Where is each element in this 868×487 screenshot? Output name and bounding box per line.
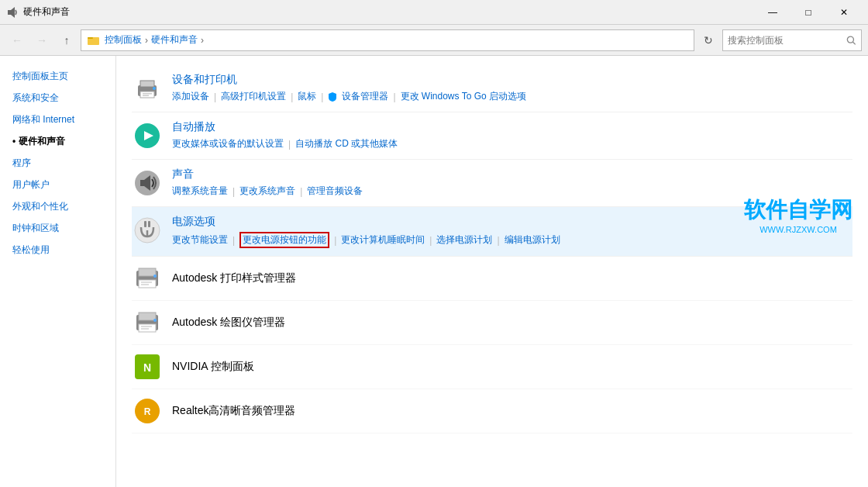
power-links: 更改节能设置 | 更改电源按钮的功能 | 更改计算机睡眠时间 | 选择电源计划 … xyxy=(172,232,852,248)
link-change-sound[interactable]: 更改系统声音 xyxy=(239,185,295,198)
sidebar-item-security[interactable]: 系统和安全 xyxy=(0,87,115,109)
sidebar-item-ease[interactable]: 轻松使用 xyxy=(0,239,115,261)
breadcrumb-panel: 控制面板 xyxy=(105,33,142,47)
app-nvidia: N NVIDIA 控制面板 xyxy=(132,345,852,389)
refresh-button[interactable]: ↻ xyxy=(698,29,719,51)
autoplay-icon xyxy=(132,120,163,151)
svg-rect-0 xyxy=(8,10,11,15)
app-autodesk-plot: Autodesk 绘图仪管理器 xyxy=(132,301,852,345)
power-title[interactable]: 电源选项 xyxy=(172,215,852,229)
titlebar: 硬件和声音 — □ ✕ xyxy=(0,0,868,25)
section-power: 电源选项 更改节能设置 | 更改电源按钮的功能 | 更改计算机睡眠时间 | 选择… xyxy=(132,207,852,257)
svg-rect-8 xyxy=(140,92,154,98)
link-edit-plan[interactable]: 编辑电源计划 xyxy=(505,233,560,247)
svg-rect-9 xyxy=(143,93,152,95)
maximize-button[interactable]: □ xyxy=(790,0,826,25)
realtek-label[interactable]: Realtek高清晰音频管理器 xyxy=(172,404,295,418)
link-power-button[interactable]: 更改电源按钮的功能 xyxy=(239,232,329,248)
breadcrumb-current: 硬件和声音 xyxy=(151,33,198,47)
link-power-plan[interactable]: 选择电源计划 xyxy=(436,233,492,247)
svg-rect-22 xyxy=(139,268,156,276)
link-add-device[interactable]: 添加设备 xyxy=(172,90,209,103)
svg-rect-28 xyxy=(139,313,156,320)
autoplay-title[interactable]: 自动播放 xyxy=(172,120,852,134)
link-default-media[interactable]: 更改媒体或设备的默认设置 xyxy=(172,137,284,150)
sidebar-item-users[interactable]: 用户帐户 xyxy=(0,174,115,195)
nvidia-label[interactable]: NVIDIA 控制面板 xyxy=(172,360,254,374)
svg-rect-24 xyxy=(141,281,152,283)
devices-links: 添加设备 | 高级打印机设置 | 鼠标 | 设备管理器 | 更改 Windows… xyxy=(172,90,852,103)
sidebar: 控制面板主页 系统和安全 网络和 Internet 硬件和声音 程序 用户帐户 … xyxy=(0,56,116,487)
autoplay-content: 自动播放 更改媒体或设备的默认设置 | 自动播放 CD 或其他媒体 xyxy=(172,120,852,150)
link-sleep-time[interactable]: 更改计算机睡眠时间 xyxy=(341,233,425,247)
link-adjust-volume[interactable]: 调整系统音量 xyxy=(172,185,228,198)
svg-point-32 xyxy=(153,319,157,322)
svg-rect-3 xyxy=(88,37,93,39)
sound-content: 声音 调整系统音量 | 更改系统声音 | 管理音频设备 xyxy=(172,168,852,198)
address-path[interactable]: 控制面板 › 硬件和声音 › xyxy=(81,29,694,51)
svg-rect-19 xyxy=(148,221,150,227)
devices-content: 设备和打印机 添加设备 | 高级打印机设置 | 鼠标 | 设备管理器 | 更 xyxy=(172,73,852,103)
autodesk-print-label[interactable]: Autodesk 打印样式管理器 xyxy=(172,271,296,285)
minimize-button[interactable]: — xyxy=(755,0,790,25)
svg-marker-1 xyxy=(11,7,15,18)
content-area: 软件自学网 WWW.RJZXW.COM 设备和打印机 添加设备 xyxy=(116,56,868,487)
link-manage-audio[interactable]: 管理音频设备 xyxy=(307,185,363,198)
autodesk-plot-label[interactable]: Autodesk 绘图仪管理器 xyxy=(172,316,285,330)
close-button[interactable]: ✕ xyxy=(826,0,862,25)
svg-rect-7 xyxy=(140,81,154,87)
forward-button[interactable]: → xyxy=(31,29,53,51)
app-realtek: R Realtek高清晰音频管理器 xyxy=(132,389,852,433)
svg-text:R: R xyxy=(144,406,151,417)
sound-links: 调整系统音量 | 更改系统声音 | 管理音频设备 xyxy=(172,185,852,198)
app-autodesk-print: Autodesk 打印样式管理器 xyxy=(132,257,852,301)
search-icon xyxy=(846,35,856,46)
titlebar-controls: — □ ✕ xyxy=(755,0,862,25)
autodesk-plot-icon xyxy=(132,307,163,338)
link-printer-settings[interactable]: 高级打印机设置 xyxy=(221,90,286,103)
sound-title[interactable]: 声音 xyxy=(172,168,852,181)
link-change-energy[interactable]: 更改节能设置 xyxy=(172,233,228,247)
svg-rect-31 xyxy=(141,328,149,330)
realtek-icon: R xyxy=(132,395,163,427)
sidebar-item-appearance[interactable]: 外观和个性化 xyxy=(0,195,115,217)
titlebar-icon xyxy=(6,6,19,19)
svg-point-26 xyxy=(153,275,157,278)
svg-rect-15 xyxy=(140,180,144,186)
svg-text:N: N xyxy=(143,361,151,374)
sidebar-item-hardware[interactable]: 硬件和声音 xyxy=(0,130,115,152)
power-content: 电源选项 更改节能设置 | 更改电源按钮的功能 | 更改计算机睡眠时间 | 选择… xyxy=(172,215,852,248)
link-mouse[interactable]: 鼠标 xyxy=(298,90,316,103)
sidebar-item-home[interactable]: 控制面板主页 xyxy=(0,65,115,87)
devices-icon xyxy=(132,73,163,104)
svg-rect-18 xyxy=(144,221,146,227)
svg-rect-25 xyxy=(141,284,149,285)
nvidia-icon: N xyxy=(132,351,163,382)
sidebar-item-network[interactable]: 网络和 Internet xyxy=(0,109,115,130)
section-sound: 声音 调整系统音量 | 更改系统声音 | 管理音频设备 xyxy=(132,160,852,207)
titlebar-title: 硬件和声音 xyxy=(23,5,755,19)
main-layout: 控制面板主页 系统和安全 网络和 Internet 硬件和声音 程序 用户帐户 … xyxy=(0,56,868,487)
addressbar: ← → ↑ 控制面板 › 硬件和声音 › ↻ xyxy=(0,25,868,56)
svg-point-4 xyxy=(848,36,854,43)
link-device-manager[interactable]: 设备管理器 xyxy=(342,90,388,103)
sound-icon xyxy=(132,168,163,199)
svg-line-5 xyxy=(853,42,856,44)
svg-rect-30 xyxy=(141,326,152,327)
section-autoplay: 自动播放 更改媒体或设备的默认设置 | 自动播放 CD 或其他媒体 xyxy=(132,112,852,160)
search-input[interactable] xyxy=(728,35,843,46)
sidebar-item-programs[interactable]: 程序 xyxy=(0,152,115,174)
link-autoplay-cd[interactable]: 自动播放 CD 或其他媒体 xyxy=(295,137,398,150)
section-devices: 设备和打印机 添加设备 | 高级打印机设置 | 鼠标 | 设备管理器 | 更 xyxy=(132,65,852,112)
link-windows-to-go[interactable]: 更改 Windows To Go 启动选项 xyxy=(401,90,526,103)
back-button[interactable]: ← xyxy=(6,29,28,51)
up-button[interactable]: ↑ xyxy=(56,29,78,51)
autoplay-links: 更改媒体或设备的默认设置 | 自动播放 CD 或其他媒体 xyxy=(172,137,852,150)
svg-rect-10 xyxy=(143,95,149,97)
sidebar-item-clock[interactable]: 时钟和区域 xyxy=(0,217,115,239)
autodesk-print-icon xyxy=(132,263,163,294)
power-icon xyxy=(132,215,163,246)
devices-title[interactable]: 设备和打印机 xyxy=(172,73,852,87)
search-box[interactable] xyxy=(722,29,862,51)
svg-point-11 xyxy=(153,87,156,90)
